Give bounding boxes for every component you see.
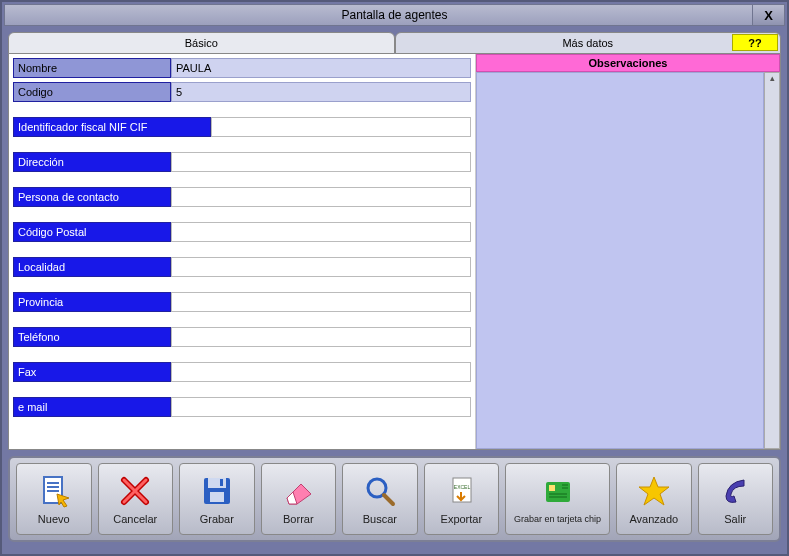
help-icon: ??	[748, 37, 761, 49]
svg-rect-6	[208, 478, 226, 488]
tab-pane: Nombre Codigo Identificador fiscal NIF C…	[8, 54, 781, 450]
label-cp: Código Postal	[13, 222, 171, 242]
row-codigo: Codigo	[13, 82, 471, 102]
titlebar: Pantalla de agentes X	[4, 4, 785, 26]
observaciones-scrollbar[interactable]	[764, 72, 780, 449]
window: Pantalla de agentes X Básico Más datos ?…	[0, 0, 789, 556]
svg-rect-16	[549, 485, 555, 491]
input-provincia[interactable]	[171, 292, 471, 312]
tab-mas-datos-label: Más datos	[562, 37, 613, 49]
tab-row: Básico Más datos ??	[8, 32, 781, 54]
new-document-icon	[36, 473, 72, 509]
input-nombre[interactable]	[171, 58, 471, 78]
row-nombre: Nombre	[13, 58, 471, 78]
label-nif: Identificador fiscal NIF CIF	[13, 117, 211, 137]
row-contacto: Persona de contacto	[13, 187, 471, 207]
observaciones-header: Observaciones	[476, 54, 780, 72]
avanzado-label: Avanzado	[629, 513, 678, 525]
grabar-label: Grabar	[200, 513, 234, 525]
label-contacto: Persona de contacto	[13, 187, 171, 207]
label-telefono: Teléfono	[13, 327, 171, 347]
cancel-icon	[117, 473, 153, 509]
svg-rect-7	[210, 492, 224, 502]
label-direccion: Dirección	[13, 152, 171, 172]
exportar-label: Exportar	[441, 513, 483, 525]
svg-line-12	[384, 495, 393, 504]
label-localidad: Localidad	[13, 257, 171, 277]
borrar-button[interactable]: Borrar	[261, 463, 337, 535]
tab-basico[interactable]: Básico	[8, 32, 395, 54]
chip-icon	[540, 474, 576, 510]
buscar-button[interactable]: Buscar	[342, 463, 418, 535]
toolbar: Nuevo Cancelar Grabar	[8, 456, 781, 542]
input-email[interactable]	[171, 397, 471, 417]
observaciones-body-wrap	[476, 72, 780, 449]
export-excel-icon: EXCEL	[443, 473, 479, 509]
label-fax: Fax	[13, 362, 171, 382]
buscar-label: Buscar	[363, 513, 397, 525]
input-nif[interactable]	[211, 117, 471, 137]
close-button[interactable]: X	[752, 5, 784, 25]
row-provincia: Provincia	[13, 292, 471, 312]
star-icon	[636, 473, 672, 509]
svg-rect-8	[220, 479, 223, 486]
cancelar-button[interactable]: Cancelar	[98, 463, 174, 535]
borrar-label: Borrar	[283, 513, 314, 525]
input-fax[interactable]	[171, 362, 471, 382]
close-icon: X	[764, 8, 773, 23]
observaciones-column: Observaciones	[475, 54, 780, 449]
search-icon	[362, 473, 398, 509]
cancelar-label: Cancelar	[113, 513, 157, 525]
row-cp: Código Postal	[13, 222, 471, 242]
row-email: e mail	[13, 397, 471, 417]
svg-rect-1	[47, 482, 59, 484]
eraser-icon	[280, 473, 316, 509]
input-localidad[interactable]	[171, 257, 471, 277]
avanzado-button[interactable]: Avanzado	[616, 463, 692, 535]
save-icon	[199, 473, 235, 509]
svg-text:EXCEL: EXCEL	[454, 484, 471, 490]
row-direccion: Dirección	[13, 152, 471, 172]
window-title: Pantalla de agentes	[341, 8, 447, 22]
svg-rect-3	[47, 490, 59, 492]
content-area: Básico Más datos ?? Nombre Codigo	[8, 32, 781, 450]
form-column: Nombre Codigo Identificador fiscal NIF C…	[9, 54, 475, 449]
help-button[interactable]: ??	[732, 34, 778, 51]
chip-button[interactable]: Grabar en tarjeta chip	[505, 463, 610, 535]
label-provincia: Provincia	[13, 292, 171, 312]
label-codigo: Codigo	[13, 82, 171, 102]
nuevo-button[interactable]: Nuevo	[16, 463, 92, 535]
svg-marker-17	[639, 477, 669, 505]
salir-label: Salir	[724, 513, 746, 525]
tab-basico-label: Básico	[185, 37, 218, 49]
tab-mas-datos[interactable]: Más datos ??	[395, 32, 782, 54]
chip-label: Grabar en tarjeta chip	[514, 514, 601, 524]
label-nombre: Nombre	[13, 58, 171, 78]
exportar-button[interactable]: EXCEL Exportar	[424, 463, 500, 535]
input-cp[interactable]	[171, 222, 471, 242]
label-email: e mail	[13, 397, 171, 417]
observaciones-textarea[interactable]	[476, 72, 764, 449]
exit-arrow-icon	[717, 473, 753, 509]
grabar-button[interactable]: Grabar	[179, 463, 255, 535]
salir-button[interactable]: Salir	[698, 463, 774, 535]
input-telefono[interactable]	[171, 327, 471, 347]
row-fax: Fax	[13, 362, 471, 382]
nuevo-label: Nuevo	[38, 513, 70, 525]
input-codigo[interactable]	[171, 82, 471, 102]
row-nif: Identificador fiscal NIF CIF	[13, 117, 471, 137]
row-telefono: Teléfono	[13, 327, 471, 347]
row-localidad: Localidad	[13, 257, 471, 277]
svg-marker-4	[57, 494, 69, 507]
svg-rect-2	[47, 486, 59, 488]
input-direccion[interactable]	[171, 152, 471, 172]
input-contacto[interactable]	[171, 187, 471, 207]
